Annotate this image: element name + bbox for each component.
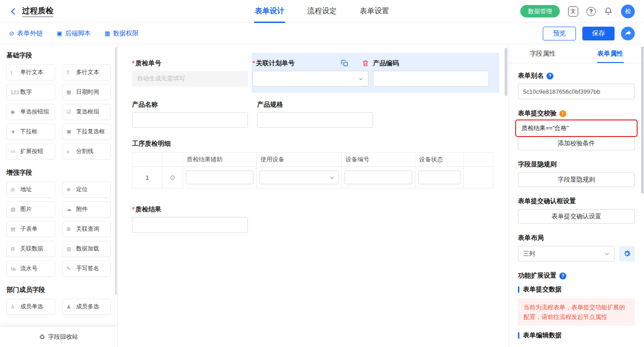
field-type-checkbox-group[interactable]: ☑复选框组 [63,104,111,120]
chevron-down-icon [329,175,334,180]
product-spec-input[interactable] [257,112,373,128]
delete-field-icon[interactable] [362,59,369,67]
required-mark: * [132,59,134,67]
tab-form-properties[interactable]: 表单属性 [576,44,644,63]
tab-field-properties[interactable]: 字段属性 [509,44,576,63]
data-permission-link[interactable]: ▦ 数据权限 [104,29,138,38]
display-rules-button[interactable]: 字段显隐规则 [518,172,635,187]
product-name-input[interactable] [132,112,248,128]
warning-icon[interactable]: ! [559,110,566,117]
field-qc-number[interactable]: *质检单号 自动生成无需填写 [132,58,253,86]
subform-icon: ▤ [11,226,20,232]
submit-confirm-heading: 表单提交确认框设置 [518,197,635,205]
equipment-status-input[interactable] [418,171,460,184]
field-type-divider[interactable]: ≡分割线 [63,143,111,159]
save-button[interactable]: 保存 [582,27,615,40]
submit-confirm-button[interactable]: 表单提交确认设置 [518,209,635,224]
dropdown-icon: ▼ [11,129,20,135]
member-fields-grid: ♙成员单选 ♟成员多选 [0,299,117,315]
share-button[interactable] [621,27,635,40]
member-single-icon: ♙ [11,304,20,310]
product-spec-label: 产品规格 [257,99,382,109]
layout-gear-button[interactable] [619,246,635,262]
field-product-name[interactable]: 产品名称 [132,99,257,128]
field-type-member-multi[interactable]: ♟成员多选 [63,299,111,315]
extension-settings-heading: 功能扩展设置 ? [518,272,635,280]
bell-icon[interactable] [604,7,613,16]
data-load-icon: ▥ [67,246,76,252]
field-type-extend-button[interactable]: ▭扩展按钮 [6,143,55,159]
add-validation-button[interactable]: 添加校验条件 [518,136,635,150]
address-icon: ◎ [11,187,20,193]
product-code-label: 产品编码 [373,58,494,68]
tab-form-setting[interactable]: 表单设置 [359,0,390,23]
field-product-code[interactable]: 产品编码 [373,58,494,86]
selected-field-actions [341,59,369,67]
tab-flow-setting[interactable]: 流程设定 [306,0,338,23]
layout-select[interactable]: 三列 [518,246,615,262]
plan-number-select[interactable] [253,71,368,86]
field-type-radio-group[interactable]: ◉单选按钮组 [6,104,55,120]
row-handle-icon[interactable]: ⊙ [170,174,175,181]
subform-title: 工序质检明细 [132,140,494,148]
validation-rule-box[interactable]: 质检结果=="合格" [515,119,638,137]
field-type-location[interactable]: ⊕定位 [63,182,111,198]
field-type-image[interactable]: ▧图片 [6,201,55,217]
qc-aux-input[interactable] [186,171,253,184]
qc-result-input[interactable] [132,217,248,233]
question-icon[interactable]: ? [559,273,566,279]
avatar[interactable]: 检 [621,5,635,18]
product-code-input[interactable] [373,71,489,86]
backend-script-link[interactable]: ▣ 后端脚本 [57,29,91,38]
equipment-no-input[interactable] [345,171,412,184]
field-type-serial-number[interactable]: №流水号 [6,261,55,277]
related-data-icon: ⊟ [11,246,20,252]
data-manage-button[interactable]: 数据管理 [520,5,560,17]
field-product-spec[interactable]: 产品规格 [257,99,382,128]
subform-col-handle [162,153,183,167]
field-type-multi-dropdown[interactable]: ▣下拉复选框 [63,124,111,140]
member-multi-icon: ♟ [67,304,76,310]
qc-number-input[interactable]: 自动生成无需填写 [132,71,248,86]
equipment-select[interactable] [259,171,339,184]
field-type-subform[interactable]: ▤子表单 [6,221,55,237]
section-title-basic-fields: 基础字段 [0,51,117,60]
field-type-member-single[interactable]: ♙成员单选 [6,299,55,315]
question-icon[interactable]: ? [546,73,553,80]
translate-icon[interactable]: 文 [568,6,578,17]
form-layout-heading: 表单布局 [518,234,635,242]
location-icon: ⊕ [67,187,76,193]
copy-field-icon[interactable] [341,59,349,67]
field-type-number[interactable]: 123数字 [6,84,55,100]
field-type-signature[interactable]: ✎手写签名 [63,261,111,277]
sidebar-scrollbar[interactable] [115,47,117,295]
back-icon[interactable] [9,7,17,16]
field-type-address[interactable]: ◎地址 [6,182,55,198]
field-type-related-data[interactable]: ⊟关联数据 [6,241,55,257]
display-rules-heading: 字段显隐规则 [518,160,635,169]
field-plan-number[interactable]: *关联计划单号 [253,58,373,86]
field-type-attachment[interactable]: ☁附件 [63,201,111,217]
field-type-single-line-text[interactable]: I单行文本 [6,64,55,80]
single-line-text-icon: I [11,70,20,75]
form-alias-input[interactable]: 5c10c9e8187656c0bf3997bb [518,84,635,99]
preview-button[interactable]: 预览 [543,27,576,40]
canvas-scrollbar[interactable] [505,48,507,96]
page-title: 过程质检 [22,6,53,17]
field-type-multi-line-text[interactable]: T多行文本 [63,64,111,80]
field-type-datetime[interactable]: ▦日期时间 [63,84,111,100]
field-type-dropdown[interactable]: ▼下拉框 [6,124,55,140]
form-external-link[interactable]: ⊘ 表单外链 [9,29,43,38]
field-type-data-load[interactable]: ▥数据加载 [63,241,111,257]
qc-result-label: *质检结果 [132,204,257,214]
field-recycle-bin[interactable]: ♻ 字段回收站 [0,327,117,347]
field-type-related-query[interactable]: ⊞关联查询 [63,221,111,237]
help-icon[interactable]: ? [586,7,596,16]
panel-scrollbar[interactable] [641,46,644,193]
form-toolbar: ⊘ 表单外链 ▣ 后端脚本 ▦ 数据权限 预览 保存 [0,23,644,44]
field-qc-result[interactable]: *质检结果 [132,204,257,233]
field-palette-sidebar: 基础字段 I单行文本 T多行文本 123数字 ▦日期时间 ◉单选按钮组 ☑复选框… [0,44,118,347]
tab-form-design[interactable]: 表单设计 [254,0,285,23]
app-header: 过程质检 表单设计 流程设定 表单设置 数据管理 文 ? 检 [0,0,644,23]
form-row-1: *质检单号 自动生成无需填写 *关联计划单号 [132,58,494,86]
